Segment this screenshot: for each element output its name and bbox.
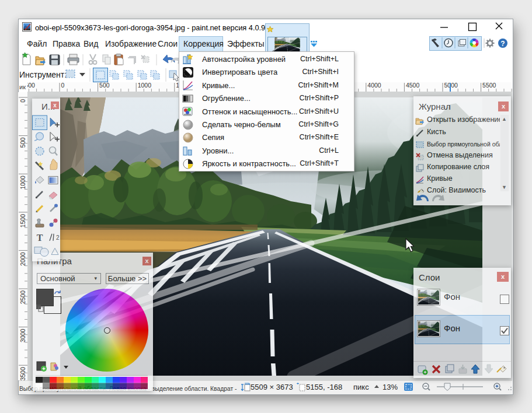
svg-text:3500: 3500 <box>19 367 26 380</box>
svg-text:0: 0 <box>61 82 65 89</box>
svg-text:500: 500 <box>99 82 110 89</box>
svg-text:3000: 3000 <box>19 328 26 342</box>
svg-text:T: T <box>37 233 43 243</box>
svg-text:1000: 1000 <box>138 82 152 89</box>
svg-text:500: 500 <box>19 137 26 148</box>
svg-text:4500: 4500 <box>406 82 420 89</box>
svg-text:4000: 4000 <box>367 82 381 89</box>
svg-text:1000: 1000 <box>19 176 26 190</box>
svg-text:5500: 5500 <box>482 82 496 89</box>
svg-text:-500: -500 <box>27 82 35 89</box>
svg-text:2000: 2000 <box>19 252 26 266</box>
svg-text:?: ? <box>500 40 505 48</box>
svg-text:0: 0 <box>19 99 26 103</box>
svg-text:2: 2 <box>56 235 60 241</box>
svg-text:1500: 1500 <box>19 214 26 228</box>
svg-text:5000: 5000 <box>444 82 458 89</box>
svg-text:2500: 2500 <box>19 290 26 304</box>
